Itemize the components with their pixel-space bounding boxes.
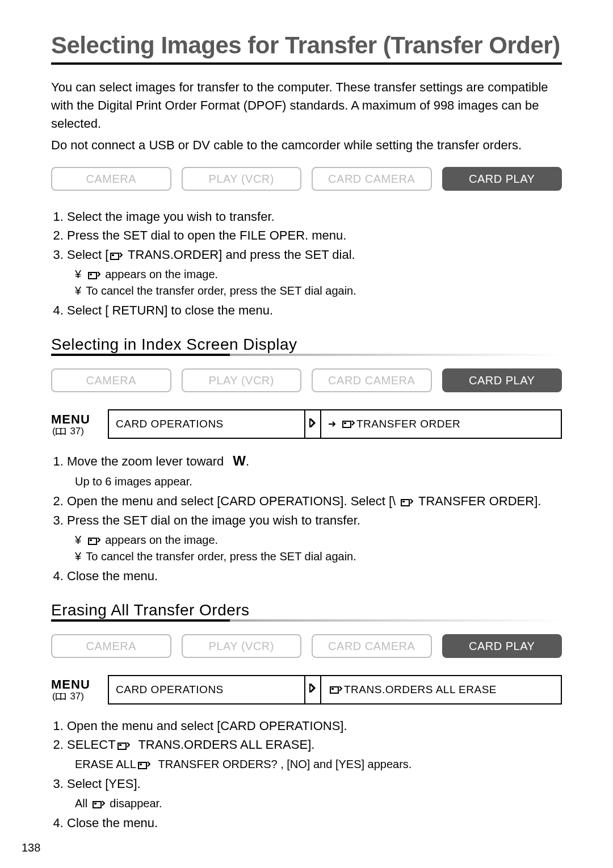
step-3: Select [ TRANS.ORDER] and press the SET … [67, 246, 562, 299]
subheading-index: Selecting in Index Screen Display [51, 336, 562, 354]
step-2-sub: ERASE ALL TRANSFER ORDERS? , [NO] and [Y… [75, 756, 562, 773]
intro-paragraph-1: You can select images for transfer to th… [51, 78, 562, 133]
menu-page-ref: ( 37) [52, 691, 108, 702]
menu-cell-card-operations: CARD OPERATIONS [108, 409, 305, 439]
svg-rect-20 [93, 802, 101, 808]
svg-rect-8 [401, 500, 409, 506]
step-1-sub: Up to 6 images appear. [75, 473, 562, 490]
mode-play-vcr: PLAY (VCR) [182, 368, 302, 392]
svg-rect-21 [94, 803, 96, 804]
svg-rect-7 [344, 422, 346, 424]
svg-rect-10 [89, 538, 96, 544]
step-1: Select the image you wish to transfer. [67, 208, 562, 226]
mode-selector-row: CAMERA PLAY (VCR) CARD CAMERA CARD PLAY [51, 634, 562, 658]
menu-label-block: MENU ( 37) [51, 675, 108, 705]
transfer-icon [88, 536, 100, 546]
menu-label-block: MENU ( 37) [51, 409, 108, 439]
menu-label: MENU [51, 412, 108, 426]
chevron-right-icon [309, 683, 316, 696]
menu-arrow-separator [305, 675, 321, 705]
svg-rect-1 [112, 254, 114, 256]
svg-rect-16 [118, 743, 126, 749]
mode-selector-row: CAMERA PLAY (VCR) CARD CAMERA CARD PLAY [51, 368, 562, 392]
step-1: Move the zoom lever towardW. Up to 6 ima… [67, 451, 562, 490]
transfer-icon [342, 420, 355, 429]
page-title: Selecting Images for Transfer (Transfer … [51, 32, 562, 59]
step-3: Press the SET dial on the image you wish… [67, 511, 562, 565]
svg-rect-17 [119, 744, 121, 746]
svg-rect-9 [402, 501, 405, 502]
svg-rect-2 [89, 272, 96, 279]
steps-list-1: Select the image you wish to transfer. P… [51, 208, 562, 320]
mode-play-vcr: PLAY (VCR) [182, 167, 302, 191]
svg-rect-18 [138, 762, 146, 769]
svg-rect-0 [111, 253, 119, 259]
mode-camera: CAMERA [51, 634, 171, 658]
menu-cell-trans-orders-erase: TRANS.ORDERS ALL ERASE [321, 675, 562, 705]
menu-page-ref: ( 37) [52, 426, 108, 437]
step-2: Press the SET dial to open the FILE OPER… [67, 227, 562, 245]
mode-card-camera: CARD CAMERA [312, 167, 432, 191]
step-3-sub: All disappear. [75, 795, 562, 812]
mode-camera: CAMERA [51, 368, 171, 392]
transfer-icon [138, 761, 150, 770]
document-page: Selecting Images for Transfer (Transfer … [0, 0, 613, 868]
transfer-icon [110, 251, 123, 261]
transfer-icon [117, 741, 130, 750]
menu-cell-transfer-order: TRANSFER ORDER [321, 409, 562, 439]
steps-list-3: Open the menu and select [CARD OPERATION… [51, 717, 562, 833]
step-4: Close the menu. [67, 814, 562, 832]
svg-rect-19 [140, 764, 142, 765]
step-3: Select [YES]. All disappear. [67, 775, 562, 812]
transfer-icon [93, 800, 105, 809]
step-4: Select [ RETURN] to close the menu. [67, 301, 562, 320]
menu-path-row: MENU ( 37) CARD OPERATIONS TRANS.ORDERS … [51, 675, 562, 705]
step-4: Close the menu. [67, 567, 562, 585]
mode-play-vcr: PLAY (VCR) [182, 634, 302, 658]
book-icon [56, 693, 66, 701]
step-2: Open the menu and select [CARD OPERATION… [67, 492, 562, 510]
arrow-right-icon [328, 418, 337, 430]
svg-rect-3 [90, 274, 92, 275]
mode-card-play-active: CARD PLAY [442, 634, 562, 658]
mode-card-play-active: CARD PLAY [442, 368, 562, 392]
zoom-w-letter: W [233, 453, 246, 468]
mode-card-camera: CARD CAMERA [312, 368, 432, 392]
transfer-icon [88, 271, 100, 280]
transfer-icon [330, 685, 342, 694]
step-2: SELECT TRANS.ORDERS ALL ERASE]. ERASE AL… [67, 736, 562, 773]
book-icon [56, 428, 66, 435]
menu-arrow-separator [305, 409, 321, 439]
step-1: Open the menu and select [CARD OPERATION… [67, 717, 562, 735]
title-rule [51, 62, 562, 65]
menu-cell-card-operations: CARD OPERATIONS [108, 675, 305, 705]
mode-camera: CAMERA [51, 167, 171, 191]
section-rule [51, 354, 562, 356]
svg-rect-11 [90, 539, 92, 541]
chevron-right-icon [309, 418, 316, 431]
svg-rect-14 [330, 687, 338, 693]
page-number: 138 [22, 841, 532, 854]
step-3-sub: ¥ appears on the image. ¥ To cancel the … [75, 532, 562, 565]
transfer-icon [401, 498, 413, 507]
subheading-erasing: Erasing All Transfer Orders [51, 601, 562, 619]
mode-card-camera: CARD CAMERA [312, 634, 432, 658]
mode-card-play-active: CARD PLAY [442, 167, 562, 191]
menu-label: MENU [51, 677, 108, 691]
step-3-sub: ¥ appears on the image. ¥ To cancel the … [75, 266, 562, 299]
intro-paragraph-2: Do not connect a USB or DV cable to the … [51, 136, 562, 154]
section-rule [51, 619, 562, 622]
menu-path-row: MENU ( 37) CARD OPERATIONS TRANSFER ORDE… [51, 409, 562, 439]
svg-rect-6 [343, 421, 351, 427]
svg-rect-15 [331, 688, 334, 690]
mode-selector-row: CAMERA PLAY (VCR) CARD CAMERA CARD PLAY [51, 167, 562, 191]
steps-list-2: Move the zoom lever towardW. Up to 6 ima… [51, 451, 562, 585]
